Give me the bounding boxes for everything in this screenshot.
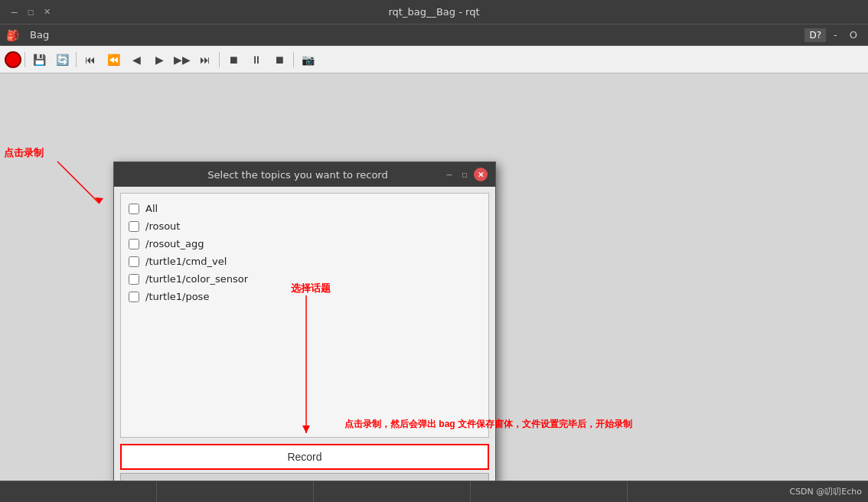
- save-button[interactable]: 💾: [28, 50, 50, 70]
- skip-start-button[interactable]: ⏮: [80, 50, 101, 70]
- menu-bar: 🎒 Bag D? - O: [0, 24, 868, 46]
- maximize-button[interactable]: □: [24, 5, 37, 19]
- toolbar: 💾 🔄 ⏮ ⏪ ◀ ▶ ▶▶ ⏭ ⏹ ⏸ ⏹ 📷: [0, 46, 868, 73]
- prev-frame-button[interactable]: ⏪: [103, 50, 124, 70]
- help-button[interactable]: D?: [804, 28, 826, 42]
- topic-item-rosout-agg: /rosout_agg: [127, 235, 482, 253]
- topic-label-all[interactable]: All: [145, 203, 158, 214]
- toolbar-separator-4: [293, 52, 294, 67]
- topic-checkbox-color-sensor[interactable]: [129, 274, 139, 285]
- status-section-1: [0, 481, 157, 502]
- topic-item-rosout: /rosout: [127, 217, 482, 235]
- dialog-maximize-button[interactable]: □: [458, 168, 471, 181]
- topic-label-rosout-agg[interactable]: /rosout_agg: [145, 238, 204, 249]
- main-area: Select the topics you want to record ─ □…: [0, 73, 868, 481]
- svg-marker-1: [95, 197, 103, 204]
- topic-checkbox-cmd-vel[interactable]: [129, 256, 139, 267]
- status-bar: CSDN @叨叨Echo: [0, 481, 868, 502]
- record-button[interactable]: Record: [120, 444, 489, 470]
- dialog-minimize-button[interactable]: ─: [443, 168, 455, 181]
- close-button[interactable]: ✕: [41, 5, 54, 19]
- camera-button[interactable]: 📷: [297, 50, 318, 70]
- topic-item-pose: /turtle1/pose: [127, 288, 482, 305]
- stop-button[interactable]: ⏹: [223, 50, 244, 70]
- status-section-5: [628, 481, 784, 502]
- csdn-credit: CSDN @叨叨Echo: [783, 486, 868, 497]
- topic-item-all: All: [127, 200, 482, 217]
- bag-icon: 🎒: [6, 29, 19, 41]
- topic-label-pose[interactable]: /turtle1/pose: [145, 291, 209, 302]
- record-dot-button[interactable]: [5, 51, 21, 68]
- title-bar: ─ □ ✕ rqt_bag__Bag - rqt: [0, 0, 868, 24]
- step-back-button[interactable]: ◀: [126, 50, 147, 70]
- topic-list: All /rosout /rosout_agg /turtle1/cmd_vel…: [120, 193, 489, 438]
- toolbar-separator-1: [24, 52, 25, 67]
- topic-checkbox-all[interactable]: [129, 204, 139, 214]
- topic-checkbox-rosout-agg[interactable]: [129, 239, 139, 249]
- pause-button[interactable]: ⏸: [246, 50, 267, 70]
- topic-label-rosout[interactable]: /rosout: [145, 220, 180, 232]
- topic-label-color-sensor[interactable]: /turtle1/color_sensor: [145, 273, 248, 285]
- dialog-close-button[interactable]: ✕: [474, 168, 488, 181]
- status-section-2: [157, 481, 314, 502]
- svg-line-0: [57, 161, 100, 204]
- step-fwd-button[interactable]: ▶▶: [171, 50, 193, 70]
- window-title: rqt_bag__Bag - rqt: [54, 6, 814, 18]
- refresh-button[interactable]: 🔄: [51, 50, 73, 70]
- dash-button[interactable]: -: [829, 28, 842, 42]
- topic-item-cmd-vel: /turtle1/cmd_vel: [127, 253, 482, 270]
- topic-checkbox-rosout[interactable]: [129, 221, 139, 232]
- record-topics-dialog: Select the topics you want to record ─ □…: [113, 161, 496, 502]
- svg-text:点击录制: 点击录制: [4, 147, 44, 158]
- stop2-button[interactable]: ⏹: [269, 50, 290, 70]
- topic-item-color-sensor: /turtle1/color_sensor: [127, 270, 482, 288]
- skip-end-button[interactable]: ⏭: [194, 50, 216, 70]
- status-section-3: [314, 481, 471, 502]
- topic-label-cmd-vel[interactable]: /turtle1/cmd_vel: [145, 256, 227, 267]
- minimize-button[interactable]: ─: [8, 5, 21, 19]
- topic-checkbox-pose[interactable]: [129, 292, 139, 302]
- status-section-4: [471, 481, 628, 502]
- play-button[interactable]: ▶: [148, 50, 170, 70]
- dialog-controls: ─ □ ✕: [443, 168, 488, 181]
- toolbar-separator-3: [219, 52, 220, 67]
- dialog-title: Select the topics you want to record: [152, 169, 443, 181]
- dialog-title-bar: Select the topics you want to record ─ □…: [114, 162, 495, 187]
- o-button[interactable]: O: [845, 28, 862, 42]
- toolbar-separator-2: [76, 52, 77, 67]
- menu-item-bag[interactable]: Bag: [24, 28, 55, 42]
